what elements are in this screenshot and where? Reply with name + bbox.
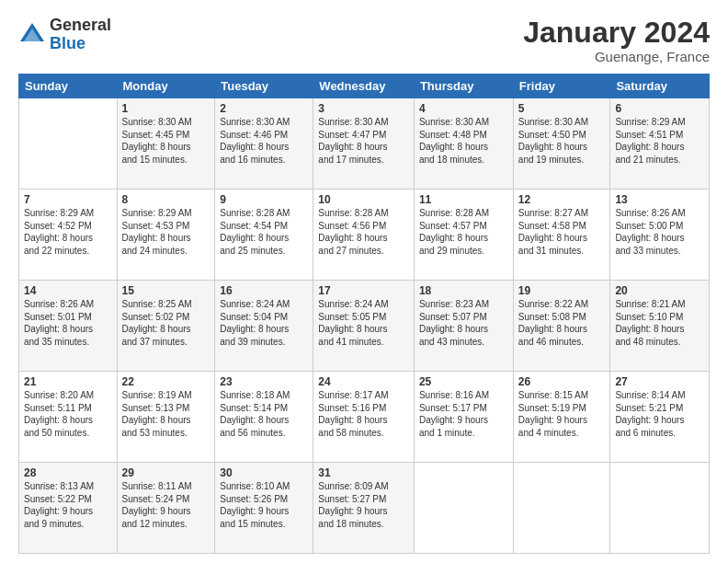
day-cell: 31Sunrise: 8:09 AM Sunset: 5:27 PM Dayli… xyxy=(313,463,415,554)
day-number: 28 xyxy=(24,466,112,479)
title-block: January 2024 Guenange, France xyxy=(523,17,710,64)
calendar-page: General Blue January 2024 Guenange, Fran… xyxy=(0,0,728,563)
day-cell: 22Sunrise: 8:19 AM Sunset: 5:13 PM Dayli… xyxy=(117,372,215,463)
day-info: Sunrise: 8:29 AM Sunset: 4:52 PM Dayligh… xyxy=(24,207,112,257)
day-info: Sunrise: 8:29 AM Sunset: 4:53 PM Dayligh… xyxy=(122,207,210,257)
day-number: 14 xyxy=(24,284,112,297)
day-number: 10 xyxy=(318,193,409,206)
day-number: 22 xyxy=(122,375,210,388)
day-number: 30 xyxy=(220,466,308,479)
day-cell: 28Sunrise: 8:13 AM Sunset: 5:22 PM Dayli… xyxy=(19,463,118,554)
logo: General Blue xyxy=(18,17,111,53)
day-cell: 9Sunrise: 8:28 AM Sunset: 4:54 PM Daylig… xyxy=(215,190,313,281)
day-info: Sunrise: 8:23 AM Sunset: 5:07 PM Dayligh… xyxy=(419,298,508,348)
day-number: 27 xyxy=(615,375,704,388)
day-info: Sunrise: 8:19 AM Sunset: 5:13 PM Dayligh… xyxy=(122,389,210,439)
day-number: 16 xyxy=(220,284,308,297)
day-info: Sunrise: 8:24 AM Sunset: 5:04 PM Dayligh… xyxy=(220,298,308,348)
day-info: Sunrise: 8:14 AM Sunset: 5:21 PM Dayligh… xyxy=(615,389,704,439)
day-cell: 21Sunrise: 8:20 AM Sunset: 5:11 PM Dayli… xyxy=(19,372,118,463)
day-cell: 3Sunrise: 8:30 AM Sunset: 4:47 PM Daylig… xyxy=(313,98,415,190)
day-cell: 30Sunrise: 8:10 AM Sunset: 5:26 PM Dayli… xyxy=(215,463,313,554)
day-cell: 5Sunrise: 8:30 AM Sunset: 4:50 PM Daylig… xyxy=(513,98,610,190)
logo-general: General xyxy=(50,17,111,35)
day-cell: 23Sunrise: 8:18 AM Sunset: 5:14 PM Dayli… xyxy=(215,372,313,463)
day-info: Sunrise: 8:26 AM Sunset: 5:01 PM Dayligh… xyxy=(24,298,112,348)
day-info: Sunrise: 8:30 AM Sunset: 4:45 PM Dayligh… xyxy=(122,116,210,166)
day-cell: 15Sunrise: 8:25 AM Sunset: 5:02 PM Dayli… xyxy=(117,281,215,372)
day-number: 15 xyxy=(122,284,210,297)
day-number: 21 xyxy=(24,375,112,388)
day-cell: 16Sunrise: 8:24 AM Sunset: 5:04 PM Dayli… xyxy=(215,281,313,372)
day-cell: 24Sunrise: 8:17 AM Sunset: 5:16 PM Dayli… xyxy=(313,372,415,463)
day-info: Sunrise: 8:30 AM Sunset: 4:50 PM Dayligh… xyxy=(518,116,606,166)
column-header-tuesday: Tuesday xyxy=(215,75,313,98)
day-info: Sunrise: 8:30 AM Sunset: 4:46 PM Dayligh… xyxy=(220,116,308,166)
day-info: Sunrise: 8:15 AM Sunset: 5:19 PM Dayligh… xyxy=(518,389,606,439)
day-info: Sunrise: 8:21 AM Sunset: 5:10 PM Dayligh… xyxy=(615,298,704,348)
day-cell: 19Sunrise: 8:22 AM Sunset: 5:08 PM Dayli… xyxy=(513,281,610,372)
logo-icon xyxy=(18,21,46,49)
day-number: 20 xyxy=(615,284,704,297)
day-number: 18 xyxy=(419,284,508,297)
day-cell: 1Sunrise: 8:30 AM Sunset: 4:45 PM Daylig… xyxy=(117,98,215,190)
day-info: Sunrise: 8:10 AM Sunset: 5:26 PM Dayligh… xyxy=(220,480,308,530)
day-info: Sunrise: 8:13 AM Sunset: 5:22 PM Dayligh… xyxy=(24,480,112,530)
day-cell: 18Sunrise: 8:23 AM Sunset: 5:07 PM Dayli… xyxy=(414,281,513,372)
day-info: Sunrise: 8:28 AM Sunset: 4:54 PM Dayligh… xyxy=(220,207,308,257)
day-info: Sunrise: 8:28 AM Sunset: 4:57 PM Dayligh… xyxy=(419,207,508,257)
day-number: 24 xyxy=(318,375,409,388)
day-cell: 25Sunrise: 8:16 AM Sunset: 5:17 PM Dayli… xyxy=(414,372,513,463)
month-title: January 2024 xyxy=(523,17,710,49)
day-info: Sunrise: 8:25 AM Sunset: 5:02 PM Dayligh… xyxy=(122,298,210,348)
day-cell: 13Sunrise: 8:26 AM Sunset: 5:00 PM Dayli… xyxy=(610,190,710,281)
column-header-monday: Monday xyxy=(117,75,215,98)
day-info: Sunrise: 8:09 AM Sunset: 5:27 PM Dayligh… xyxy=(318,480,409,530)
column-header-saturday: Saturday xyxy=(610,75,710,98)
day-info: Sunrise: 8:20 AM Sunset: 5:11 PM Dayligh… xyxy=(24,389,112,439)
day-cell: 29Sunrise: 8:11 AM Sunset: 5:24 PM Dayli… xyxy=(117,463,215,554)
logo-text: General Blue xyxy=(50,17,111,53)
day-cell: 8Sunrise: 8:29 AM Sunset: 4:53 PM Daylig… xyxy=(117,190,215,281)
day-info: Sunrise: 8:28 AM Sunset: 4:56 PM Dayligh… xyxy=(318,207,409,257)
day-info: Sunrise: 8:17 AM Sunset: 5:16 PM Dayligh… xyxy=(318,389,409,439)
calendar-header-row: SundayMondayTuesdayWednesdayThursdayFrid… xyxy=(19,75,710,98)
day-info: Sunrise: 8:29 AM Sunset: 4:51 PM Dayligh… xyxy=(615,116,704,166)
day-cell: 14Sunrise: 8:26 AM Sunset: 5:01 PM Dayli… xyxy=(19,281,118,372)
day-number: 6 xyxy=(615,102,704,115)
day-cell: 26Sunrise: 8:15 AM Sunset: 5:19 PM Dayli… xyxy=(513,372,610,463)
day-info: Sunrise: 8:22 AM Sunset: 5:08 PM Dayligh… xyxy=(518,298,606,348)
day-info: Sunrise: 8:18 AM Sunset: 5:14 PM Dayligh… xyxy=(220,389,308,439)
day-info: Sunrise: 8:26 AM Sunset: 5:00 PM Dayligh… xyxy=(615,207,704,257)
week-row-1: 1Sunrise: 8:30 AM Sunset: 4:45 PM Daylig… xyxy=(19,98,710,190)
day-number: 5 xyxy=(518,102,606,115)
day-cell xyxy=(414,463,513,554)
day-info: Sunrise: 8:11 AM Sunset: 5:24 PM Dayligh… xyxy=(122,480,210,530)
day-number: 31 xyxy=(318,466,409,479)
day-cell: 6Sunrise: 8:29 AM Sunset: 4:51 PM Daylig… xyxy=(610,98,710,190)
day-number: 4 xyxy=(419,102,508,115)
location: Guenange, France xyxy=(523,49,710,64)
column-header-wednesday: Wednesday xyxy=(313,75,415,98)
week-row-4: 21Sunrise: 8:20 AM Sunset: 5:11 PM Dayli… xyxy=(19,372,710,463)
day-cell: 4Sunrise: 8:30 AM Sunset: 4:48 PM Daylig… xyxy=(414,98,513,190)
day-cell xyxy=(19,98,118,190)
day-number: 26 xyxy=(518,375,606,388)
column-header-sunday: Sunday xyxy=(19,75,118,98)
day-number: 25 xyxy=(419,375,508,388)
day-cell: 2Sunrise: 8:30 AM Sunset: 4:46 PM Daylig… xyxy=(215,98,313,190)
column-header-thursday: Thursday xyxy=(414,75,513,98)
day-number: 23 xyxy=(220,375,308,388)
day-cell: 11Sunrise: 8:28 AM Sunset: 4:57 PM Dayli… xyxy=(414,190,513,281)
day-number: 1 xyxy=(122,102,210,115)
day-cell: 10Sunrise: 8:28 AM Sunset: 4:56 PM Dayli… xyxy=(313,190,415,281)
day-info: Sunrise: 8:27 AM Sunset: 4:58 PM Dayligh… xyxy=(518,207,606,257)
day-number: 7 xyxy=(24,193,112,206)
day-number: 2 xyxy=(220,102,308,115)
header: General Blue January 2024 Guenange, Fran… xyxy=(18,17,710,64)
day-number: 13 xyxy=(615,193,704,206)
day-number: 9 xyxy=(220,193,308,206)
day-cell: 17Sunrise: 8:24 AM Sunset: 5:05 PM Dayli… xyxy=(313,281,415,372)
day-info: Sunrise: 8:16 AM Sunset: 5:17 PM Dayligh… xyxy=(419,389,508,439)
week-row-3: 14Sunrise: 8:26 AM Sunset: 5:01 PM Dayli… xyxy=(19,281,710,372)
